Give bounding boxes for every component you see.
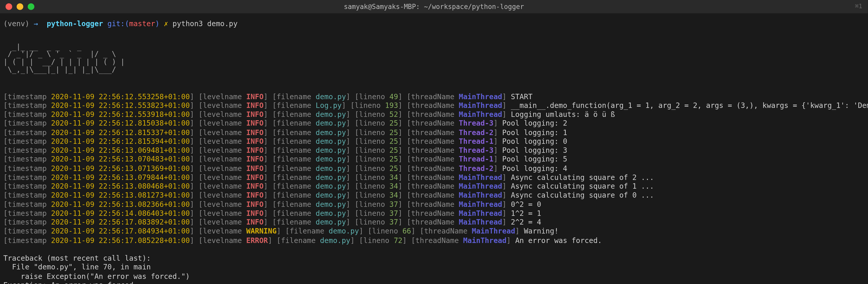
- git-branch: master: [129, 20, 155, 28]
- log-line: [timestamp 2020-11-09 22:56:12.815394+01…: [3, 137, 865, 146]
- log-line: [timestamp 2020-11-09 22:56:17.084934+01…: [3, 227, 865, 236]
- log-line: [timestamp 2020-11-09 22:56:12.553258+01…: [3, 92, 865, 101]
- command-text: python3 demo.py: [173, 20, 238, 28]
- traceback-line: Traceback (most recent call last):: [3, 254, 865, 263]
- traceback-line: raise Exception("An error was forced."): [3, 272, 865, 281]
- dirty-indicator: ✗: [164, 20, 168, 28]
- log-line: [timestamp 2020-11-09 22:56:12.815337+01…: [3, 128, 865, 137]
- ascii-art-banner: _|_ __ _ _ _ / _'|/ _ \ '_ ` _ |/ _ \ | …: [3, 43, 865, 73]
- log-line: [timestamp 2020-11-09 22:56:13.081273+01…: [3, 191, 865, 200]
- git-close: ): [155, 20, 159, 28]
- terminal-body[interactable]: (venv) → python-logger git:(master) ✗ py…: [0, 6, 868, 284]
- log-line: [timestamp 2020-11-09 22:56:13.082366+01…: [3, 200, 865, 209]
- log-output: [timestamp 2020-11-09 22:56:12.553258+01…: [3, 92, 865, 245]
- shell-prompt: (venv) → python-logger git:(master) ✗ py…: [3, 20, 865, 29]
- log-line: [timestamp 2020-11-09 22:56:17.085228+01…: [3, 236, 865, 245]
- log-line: [timestamp 2020-11-09 22:56:12.553918+01…: [3, 110, 865, 119]
- log-line: [timestamp 2020-11-09 22:56:13.070483+01…: [3, 155, 865, 164]
- log-line: [timestamp 2020-11-09 22:56:13.080468+01…: [3, 182, 865, 191]
- git-label: git:(: [107, 20, 129, 28]
- project-name: python-logger: [47, 20, 103, 28]
- traceback-output: Traceback (most recent call last): File …: [3, 254, 865, 284]
- traceback-line: File "demo.py", line 70, in main: [3, 263, 865, 272]
- log-line: [timestamp 2020-11-09 22:56:13.071369+01…: [3, 164, 865, 173]
- traceback-line: Exception: An error was forced.: [3, 281, 865, 284]
- log-line: [timestamp 2020-11-09 22:56:14.086403+01…: [3, 209, 865, 218]
- log-line: [timestamp 2020-11-09 22:56:12.815038+01…: [3, 119, 865, 128]
- log-line: [timestamp 2020-11-09 22:56:17.083892+01…: [3, 218, 865, 227]
- log-line: [timestamp 2020-11-09 22:56:13.079844+01…: [3, 173, 865, 182]
- prompt-arrow: →: [34, 20, 38, 28]
- log-line: [timestamp 2020-11-09 22:56:13.069481+01…: [3, 146, 865, 155]
- log-line: [timestamp 2020-11-09 22:56:12.553823+01…: [3, 101, 865, 110]
- venv-indicator: (venv): [3, 20, 29, 28]
